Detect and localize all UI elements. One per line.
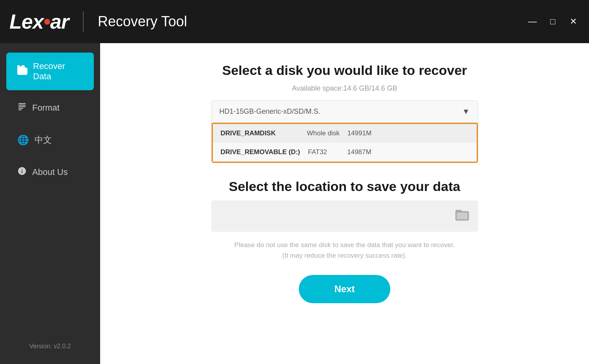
sidebar-item-language[interactable]: 🌐 中文	[6, 126, 94, 155]
language-label: 中文	[35, 134, 52, 146]
logo-text-left: Lex	[9, 10, 44, 33]
location-box[interactable]	[211, 200, 478, 232]
lexar-logo: Lex • ar	[9, 10, 69, 33]
dropdown-arrow-icon: ▼	[462, 107, 470, 116]
title-bar: Lex • ar Recovery Tool — □ ✕	[0, 0, 589, 43]
location-section: Select the location to save your data Pl…	[171, 179, 518, 303]
version-text: Version: v2.0.2	[0, 337, 100, 356]
close-button[interactable]: ✕	[567, 15, 580, 28]
sidebar: Recover Data Format 🌐 中文 About Us Versio	[0, 43, 100, 364]
app-title: Recovery Tool	[98, 13, 187, 30]
maximize-button[interactable]: □	[547, 15, 559, 28]
main-layout: Recover Data Format 🌐 中文 About Us Versio	[0, 43, 589, 364]
warning-text: Please do not use the same disk to save …	[234, 240, 455, 261]
disk-list: DRIVE_RAMDISK Whole disk 14991M DRIVE_RE…	[212, 123, 478, 163]
disk-row-type-1: FAT32	[308, 148, 339, 156]
minimize-button[interactable]: —	[526, 15, 539, 28]
disk-row-size-0: 14991M	[348, 129, 371, 137]
disk-row[interactable]: DRIVE_RAMDISK Whole disk 14991M	[213, 124, 477, 143]
recover-data-icon	[17, 65, 27, 78]
folder-icon[interactable]	[454, 207, 470, 226]
available-space-text: Available space:14.6 GB/14.6 GB	[292, 84, 397, 93]
disk-dropdown[interactable]: HD1-15GB-Generic-xD/SD/M.S. ▼	[212, 101, 478, 123]
sidebar-item-format[interactable]: Format	[6, 93, 94, 122]
warning-line-2: (It may reduce the recovery success rate…	[282, 252, 407, 259]
disk-row-size-1: 14987M	[347, 148, 371, 156]
disk-row-type-0: Whole disk	[307, 129, 340, 137]
warning-line-1: Please do not use the same disk to save …	[234, 241, 455, 249]
format-label: Format	[32, 103, 60, 113]
logo-text-right: ar	[50, 10, 69, 33]
disk-panel: HD1-15GB-Generic-xD/SD/M.S. ▼ DRIVE_RAMD…	[211, 100, 478, 163]
sidebar-item-recover-data[interactable]: Recover Data	[6, 53, 94, 90]
sidebar-item-about-us[interactable]: About Us	[6, 158, 94, 187]
about-us-icon	[17, 166, 27, 178]
disk-row-name-0: DRIVE_RAMDISK	[221, 129, 299, 137]
content-area: Select a disk you would like to recover …	[100, 43, 589, 364]
disk-row[interactable]: DRIVE_REMOVABLE (D:) FAT32 14987M	[213, 143, 477, 162]
location-section-title: Select the location to save your data	[229, 179, 461, 194]
disk-section-title: Select a disk you would like to recover	[222, 63, 467, 78]
disk-row-name-1: DRIVE_REMOVABLE (D:)	[221, 148, 300, 156]
window-controls: — □ ✕	[526, 15, 580, 28]
language-icon: 🌐	[17, 135, 29, 146]
logo-divider	[83, 11, 84, 32]
disk-dropdown-text: HD1-15GB-Generic-xD/SD/M.S.	[220, 107, 320, 116]
recover-data-label: Recover Data	[33, 61, 83, 82]
sidebar-spacer	[0, 188, 100, 337]
logo-area: Lex • ar Recovery Tool	[9, 10, 187, 33]
format-icon	[17, 102, 27, 114]
about-us-label: About Us	[32, 167, 68, 177]
logo-dot: •	[44, 10, 50, 33]
next-button[interactable]: Next	[299, 275, 390, 303]
